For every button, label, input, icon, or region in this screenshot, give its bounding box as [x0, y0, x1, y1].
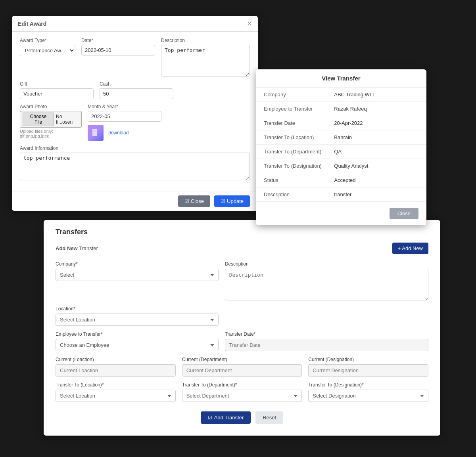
current-dept-group: Current (Department): [182, 357, 302, 377]
edit-award-body: Award Type* Peformance Aw... Date* Descr…: [12, 32, 258, 191]
no-file-label: No fi...osen: [56, 114, 79, 125]
current-dept-label: Current (Department): [182, 357, 302, 362]
description-group-tf: Description: [225, 261, 428, 300]
transfer-to-dept-value: QA: [334, 149, 418, 155]
status-value: Accepted: [334, 177, 418, 183]
award-type-label: Award Type*: [20, 38, 75, 43]
location-group: Location* Select Location: [56, 306, 219, 326]
transfer-to-location-select[interactable]: Select Location: [56, 390, 176, 402]
transfer-to-desig-label: Transfer To (Designation): [264, 163, 334, 169]
cash-label: Cash: [100, 81, 173, 87]
transfer-date-input[interactable]: [225, 339, 428, 351]
transfer-to-dept-group: Transfer To (Department)* Select Departm…: [182, 382, 302, 402]
update-button[interactable]: ☑ Update: [214, 195, 250, 207]
table-row: Company ABC Trading WLL: [256, 88, 426, 102]
edit-award-header: Edit Award ✕: [12, 16, 258, 32]
transfer-to-desig-field-label: Transfer To (Designation)*: [308, 382, 428, 388]
transfer-to-location-value: Bahrain: [334, 134, 418, 140]
award-type-select[interactable]: Peformance Aw...: [20, 45, 75, 56]
employee-group: Employee to Transfer* Choose an Employee: [56, 331, 219, 351]
gift-input[interactable]: [20, 88, 94, 99]
add-new-button[interactable]: + Add New: [392, 243, 428, 254]
transfer-to-desig-value: Quality Analyst: [334, 163, 418, 169]
date-label: Date*: [81, 38, 155, 43]
add-check-icon: ☑: [208, 415, 212, 421]
employee-transfer-value: Razak Rafeeq: [334, 106, 418, 112]
download-link[interactable]: Download: [107, 130, 129, 136]
company-value: ABC Trading WLL: [334, 92, 418, 98]
edit-award-title: Edit Award: [18, 21, 46, 27]
employee-transfer-label: Employee to Transfer: [264, 106, 334, 112]
view-transfer-body: Company ABC Trading WLL Employee to Tran…: [256, 88, 426, 202]
location-select[interactable]: Select Location: [56, 314, 219, 326]
company-label: Company: [264, 92, 334, 98]
transfer-date-field-label: Transfer Date*: [225, 331, 428, 337]
table-row: Transfer To (Department) QA: [256, 145, 426, 159]
form-row-2: Location* Select Location: [56, 306, 428, 326]
view-transfer-footer: Close: [256, 202, 426, 225]
add-new-bar: Add New Transfer + Add New: [56, 243, 428, 254]
employee-field-label: Employee to Transfer*: [56, 331, 219, 337]
add-transfer-button[interactable]: ☑ Add Transfer: [201, 411, 251, 424]
current-location-input: [56, 364, 176, 377]
description-vt-label: Description: [264, 191, 334, 197]
transfer-date-value: 20-Apr-2022: [334, 120, 418, 126]
choose-file-button[interactable]: Choose File: [23, 113, 54, 126]
transfer-to-desig-select[interactable]: Select Designation: [308, 390, 428, 402]
company-field-label: Company*: [56, 261, 219, 267]
photo-thumbnail: [88, 125, 104, 141]
transfer-to-dept-field-label: Transfer To (Department)*: [182, 382, 302, 388]
form-actions: ☑ Add Transfer Reset: [56, 411, 428, 424]
table-row: Transfer To (Location) Bahrain: [256, 130, 426, 145]
transfer-to-dept-select[interactable]: Select Department: [182, 390, 302, 402]
cash-input[interactable]: [100, 88, 173, 99]
view-transfer-modal: View Transfer Company ABC Trading WLL Em…: [256, 69, 426, 225]
form-row-4: Current (Loaction) Current (Department) …: [56, 357, 428, 377]
month-year-label: Month & Year*: [88, 104, 161, 109]
add-new-label: Add New Transfer: [56, 245, 98, 251]
transfer-to-dept-label: Transfer To (Department): [264, 149, 334, 155]
award-info-label: Award Information: [20, 145, 250, 151]
transfer-to-desig-group: Transfer To (Designation)* Select Design…: [308, 382, 428, 402]
date-input[interactable]: [81, 45, 155, 55]
transfers-title: Transfers: [56, 228, 428, 236]
description-field-label: Description: [225, 261, 428, 267]
location-field-label: Location*: [56, 306, 219, 312]
current-dept-input: [182, 364, 302, 377]
award-info-textarea[interactable]: top performance: [20, 153, 250, 180]
close-check-icon: ☑: [184, 198, 189, 204]
month-year-input[interactable]: [88, 111, 161, 122]
status-label: Status: [264, 177, 334, 183]
current-location-group: Current (Loaction): [56, 357, 176, 377]
close-button[interactable]: ☑ Close: [178, 195, 210, 207]
description-label: Description: [161, 38, 250, 43]
update-check-icon: ☑: [221, 198, 225, 204]
transfers-form: Company* Select Description Location* Se…: [56, 261, 428, 424]
edit-award-modal: Edit Award ✕ Award Type* Peformance Aw..…: [12, 16, 258, 211]
current-desig-input: [308, 364, 428, 377]
edit-award-close-icon[interactable]: ✕: [247, 20, 252, 27]
view-transfer-title: View Transfer: [322, 75, 360, 82]
current-location-label: Current (Loaction): [56, 357, 176, 362]
transfers-section: Transfers Add New Transfer + Add New Com…: [44, 220, 440, 436]
description-textarea-tf[interactable]: [225, 269, 428, 300]
upload-hint: Upload files only: gif,png,jpg,jpeg: [20, 129, 82, 138]
edit-award-footer: ☑ Close ☑ Update: [12, 191, 258, 211]
gift-label: Gift: [20, 81, 94, 87]
reset-button[interactable]: Reset: [255, 411, 283, 424]
view-transfer-header: View Transfer: [256, 69, 426, 88]
company-select[interactable]: Select: [56, 269, 219, 281]
description-textarea[interactable]: Top performer: [161, 45, 250, 76]
current-desig-label: Current (Designation): [308, 357, 428, 362]
description-vt-value: transfer: [334, 191, 418, 197]
form-row-1: Company* Select Description: [56, 261, 428, 300]
view-transfer-close-button[interactable]: Close: [390, 208, 418, 219]
table-row: Description transfer: [256, 187, 426, 202]
table-row: Status Accepted: [256, 173, 426, 187]
transfer-date-label: Transfer Date: [264, 120, 334, 126]
svg-rect-2: [93, 131, 96, 132]
transfer-to-location-label: Transfer To (Location): [264, 134, 334, 140]
employee-select[interactable]: Choose an Employee: [56, 339, 219, 351]
transfer-date-group: Transfer Date*: [225, 331, 428, 351]
form-row-5: Transfer To (Location)* Select Location …: [56, 382, 428, 402]
